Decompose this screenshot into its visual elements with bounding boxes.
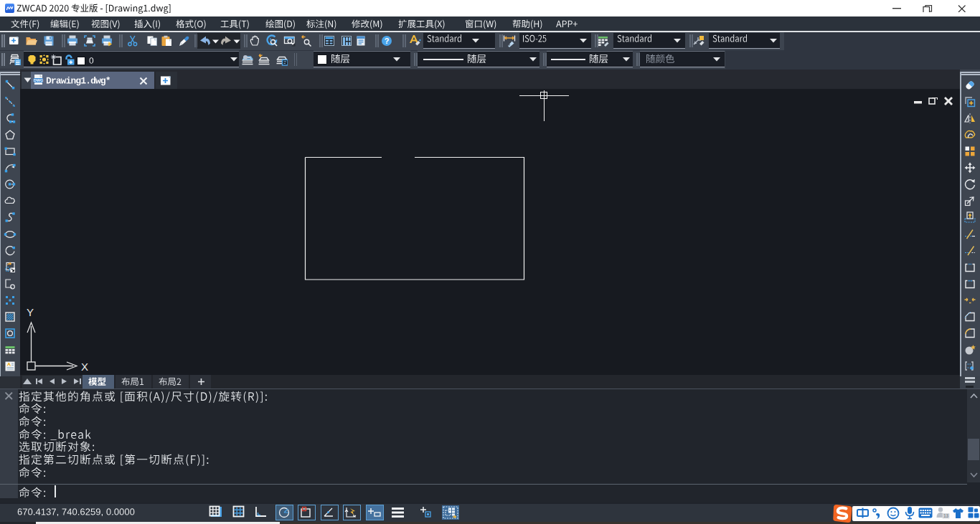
svg-text:13: 13 [943, 513, 949, 518]
svg-text:DWG: DWG [34, 78, 43, 82]
svg-text:Y: Y [27, 306, 34, 318]
svg-text:?: ? [385, 37, 390, 45]
svg-text:X: X [81, 361, 88, 373]
